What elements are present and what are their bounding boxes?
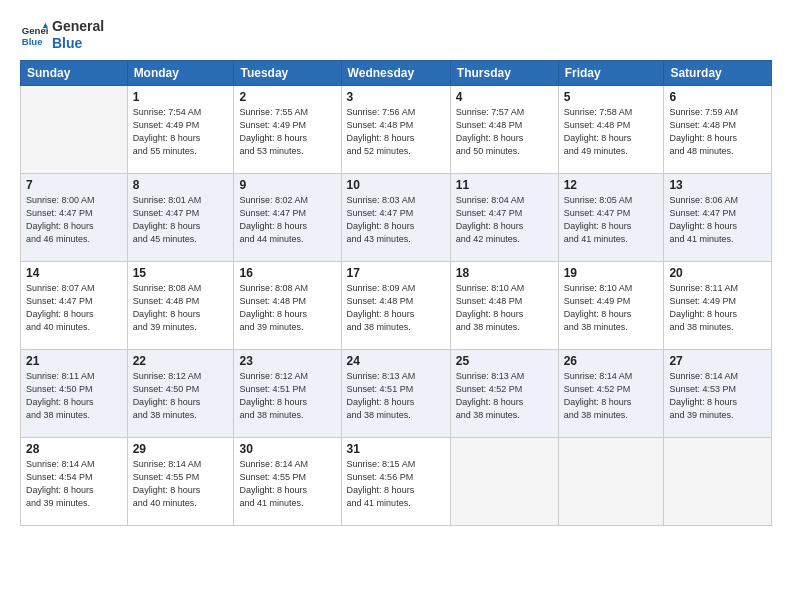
calendar-cell: 5Sunrise: 7:58 AM Sunset: 4:48 PM Daylig… — [558, 85, 664, 173]
day-info: Sunrise: 7:58 AM Sunset: 4:48 PM Dayligh… — [564, 106, 659, 158]
day-info: Sunrise: 8:06 AM Sunset: 4:47 PM Dayligh… — [669, 194, 766, 246]
calendar-cell: 12Sunrise: 8:05 AM Sunset: 4:47 PM Dayli… — [558, 173, 664, 261]
day-number: 3 — [347, 90, 445, 104]
calendar-cell: 8Sunrise: 8:01 AM Sunset: 4:47 PM Daylig… — [127, 173, 234, 261]
day-info: Sunrise: 8:08 AM Sunset: 4:48 PM Dayligh… — [133, 282, 229, 334]
calendar-cell: 22Sunrise: 8:12 AM Sunset: 4:50 PM Dayli… — [127, 349, 234, 437]
calendar-cell: 13Sunrise: 8:06 AM Sunset: 4:47 PM Dayli… — [664, 173, 772, 261]
week-row-0: 1Sunrise: 7:54 AM Sunset: 4:49 PM Daylig… — [21, 85, 772, 173]
calendar-cell: 19Sunrise: 8:10 AM Sunset: 4:49 PM Dayli… — [558, 261, 664, 349]
day-info: Sunrise: 8:10 AM Sunset: 4:49 PM Dayligh… — [564, 282, 659, 334]
day-number: 13 — [669, 178, 766, 192]
day-info: Sunrise: 8:00 AM Sunset: 4:47 PM Dayligh… — [26, 194, 122, 246]
day-info: Sunrise: 8:14 AM Sunset: 4:55 PM Dayligh… — [133, 458, 229, 510]
calendar-cell: 11Sunrise: 8:04 AM Sunset: 4:47 PM Dayli… — [450, 173, 558, 261]
day-info: Sunrise: 8:12 AM Sunset: 4:51 PM Dayligh… — [239, 370, 335, 422]
day-info: Sunrise: 7:57 AM Sunset: 4:48 PM Dayligh… — [456, 106, 553, 158]
calendar-table: SundayMondayTuesdayWednesdayThursdayFrid… — [20, 60, 772, 526]
calendar-cell — [21, 85, 128, 173]
calendar-cell: 14Sunrise: 8:07 AM Sunset: 4:47 PM Dayli… — [21, 261, 128, 349]
calendar-cell: 31Sunrise: 8:15 AM Sunset: 4:56 PM Dayli… — [341, 437, 450, 525]
calendar-cell: 1Sunrise: 7:54 AM Sunset: 4:49 PM Daylig… — [127, 85, 234, 173]
day-number: 20 — [669, 266, 766, 280]
day-info: Sunrise: 7:59 AM Sunset: 4:48 PM Dayligh… — [669, 106, 766, 158]
calendar-cell: 9Sunrise: 8:02 AM Sunset: 4:47 PM Daylig… — [234, 173, 341, 261]
calendar-cell: 26Sunrise: 8:14 AM Sunset: 4:52 PM Dayli… — [558, 349, 664, 437]
day-info: Sunrise: 8:14 AM Sunset: 4:55 PM Dayligh… — [239, 458, 335, 510]
calendar-cell: 16Sunrise: 8:08 AM Sunset: 4:48 PM Dayli… — [234, 261, 341, 349]
calendar-cell: 21Sunrise: 8:11 AM Sunset: 4:50 PM Dayli… — [21, 349, 128, 437]
calendar-cell: 17Sunrise: 8:09 AM Sunset: 4:48 PM Dayli… — [341, 261, 450, 349]
week-row-2: 14Sunrise: 8:07 AM Sunset: 4:47 PM Dayli… — [21, 261, 772, 349]
day-number: 27 — [669, 354, 766, 368]
day-number: 10 — [347, 178, 445, 192]
logo: General Blue General Blue — [20, 18, 104, 52]
weekday-header-thursday: Thursday — [450, 60, 558, 85]
calendar-cell: 6Sunrise: 7:59 AM Sunset: 4:48 PM Daylig… — [664, 85, 772, 173]
day-number: 23 — [239, 354, 335, 368]
weekday-header-wednesday: Wednesday — [341, 60, 450, 85]
day-info: Sunrise: 8:14 AM Sunset: 4:52 PM Dayligh… — [564, 370, 659, 422]
calendar-cell: 24Sunrise: 8:13 AM Sunset: 4:51 PM Dayli… — [341, 349, 450, 437]
day-info: Sunrise: 8:04 AM Sunset: 4:47 PM Dayligh… — [456, 194, 553, 246]
day-number: 22 — [133, 354, 229, 368]
day-info: Sunrise: 8:15 AM Sunset: 4:56 PM Dayligh… — [347, 458, 445, 510]
calendar-cell: 4Sunrise: 7:57 AM Sunset: 4:48 PM Daylig… — [450, 85, 558, 173]
logo-text-general: General — [52, 18, 104, 35]
calendar-cell: 7Sunrise: 8:00 AM Sunset: 4:47 PM Daylig… — [21, 173, 128, 261]
weekday-header-tuesday: Tuesday — [234, 60, 341, 85]
day-info: Sunrise: 8:14 AM Sunset: 4:54 PM Dayligh… — [26, 458, 122, 510]
weekday-header-sunday: Sunday — [21, 60, 128, 85]
weekday-header-row: SundayMondayTuesdayWednesdayThursdayFrid… — [21, 60, 772, 85]
day-number: 25 — [456, 354, 553, 368]
calendar-cell: 30Sunrise: 8:14 AM Sunset: 4:55 PM Dayli… — [234, 437, 341, 525]
day-number: 4 — [456, 90, 553, 104]
logo-icon: General Blue — [20, 21, 48, 49]
day-info: Sunrise: 8:14 AM Sunset: 4:53 PM Dayligh… — [669, 370, 766, 422]
day-number: 28 — [26, 442, 122, 456]
day-info: Sunrise: 7:54 AM Sunset: 4:49 PM Dayligh… — [133, 106, 229, 158]
calendar-cell: 27Sunrise: 8:14 AM Sunset: 4:53 PM Dayli… — [664, 349, 772, 437]
calendar-cell: 28Sunrise: 8:14 AM Sunset: 4:54 PM Dayli… — [21, 437, 128, 525]
day-info: Sunrise: 8:07 AM Sunset: 4:47 PM Dayligh… — [26, 282, 122, 334]
day-info: Sunrise: 8:09 AM Sunset: 4:48 PM Dayligh… — [347, 282, 445, 334]
day-number: 29 — [133, 442, 229, 456]
day-info: Sunrise: 8:12 AM Sunset: 4:50 PM Dayligh… — [133, 370, 229, 422]
day-number: 15 — [133, 266, 229, 280]
calendar-page: General Blue General Blue SundayMondayTu… — [0, 0, 792, 612]
day-info: Sunrise: 8:10 AM Sunset: 4:48 PM Dayligh… — [456, 282, 553, 334]
page-header: General Blue General Blue — [20, 18, 772, 52]
day-number: 19 — [564, 266, 659, 280]
calendar-cell: 20Sunrise: 8:11 AM Sunset: 4:49 PM Dayli… — [664, 261, 772, 349]
calendar-cell: 18Sunrise: 8:10 AM Sunset: 4:48 PM Dayli… — [450, 261, 558, 349]
week-row-1: 7Sunrise: 8:00 AM Sunset: 4:47 PM Daylig… — [21, 173, 772, 261]
day-info: Sunrise: 8:11 AM Sunset: 4:50 PM Dayligh… — [26, 370, 122, 422]
svg-text:Blue: Blue — [22, 35, 43, 46]
day-info: Sunrise: 8:05 AM Sunset: 4:47 PM Dayligh… — [564, 194, 659, 246]
day-number: 5 — [564, 90, 659, 104]
day-number: 17 — [347, 266, 445, 280]
day-info: Sunrise: 8:13 AM Sunset: 4:52 PM Dayligh… — [456, 370, 553, 422]
weekday-header-monday: Monday — [127, 60, 234, 85]
calendar-cell: 10Sunrise: 8:03 AM Sunset: 4:47 PM Dayli… — [341, 173, 450, 261]
day-number: 9 — [239, 178, 335, 192]
day-info: Sunrise: 8:08 AM Sunset: 4:48 PM Dayligh… — [239, 282, 335, 334]
day-info: Sunrise: 8:02 AM Sunset: 4:47 PM Dayligh… — [239, 194, 335, 246]
day-number: 8 — [133, 178, 229, 192]
day-number: 16 — [239, 266, 335, 280]
calendar-cell: 15Sunrise: 8:08 AM Sunset: 4:48 PM Dayli… — [127, 261, 234, 349]
calendar-cell: 25Sunrise: 8:13 AM Sunset: 4:52 PM Dayli… — [450, 349, 558, 437]
calendar-cell: 3Sunrise: 7:56 AM Sunset: 4:48 PM Daylig… — [341, 85, 450, 173]
calendar-cell — [664, 437, 772, 525]
calendar-cell: 29Sunrise: 8:14 AM Sunset: 4:55 PM Dayli… — [127, 437, 234, 525]
day-number: 14 — [26, 266, 122, 280]
day-number: 31 — [347, 442, 445, 456]
day-info: Sunrise: 7:55 AM Sunset: 4:49 PM Dayligh… — [239, 106, 335, 158]
calendar-cell — [558, 437, 664, 525]
calendar-cell: 2Sunrise: 7:55 AM Sunset: 4:49 PM Daylig… — [234, 85, 341, 173]
calendar-cell — [450, 437, 558, 525]
day-number: 24 — [347, 354, 445, 368]
day-info: Sunrise: 8:13 AM Sunset: 4:51 PM Dayligh… — [347, 370, 445, 422]
day-info: Sunrise: 8:03 AM Sunset: 4:47 PM Dayligh… — [347, 194, 445, 246]
day-number: 1 — [133, 90, 229, 104]
